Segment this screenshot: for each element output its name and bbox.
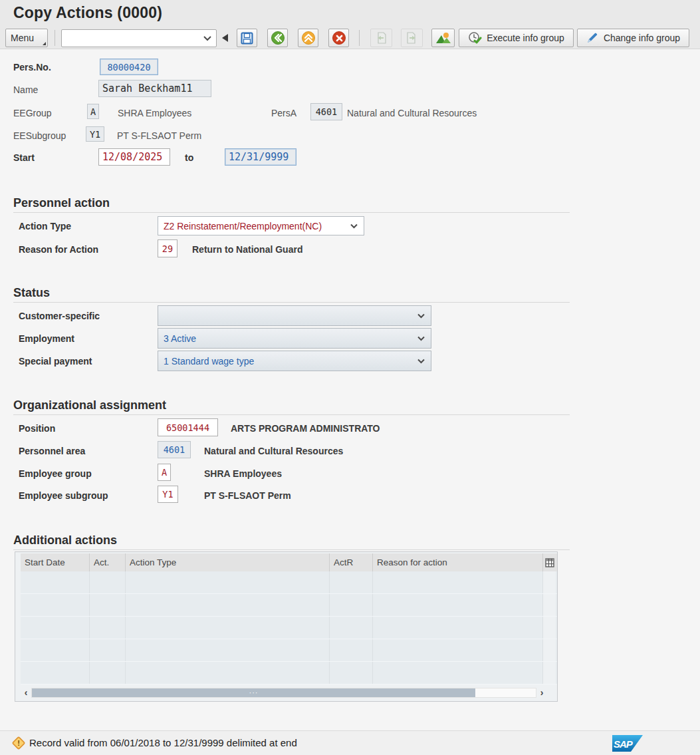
table-cell[interactable] (543, 617, 556, 639)
customer-specific-label: Customer-specific (19, 311, 100, 321)
table-cell[interactable] (21, 617, 90, 639)
table-cell[interactable] (373, 617, 543, 639)
table-row[interactable] (21, 639, 557, 662)
persno-field[interactable]: 80000420 (100, 59, 158, 75)
special-payment-label: Special payment (19, 356, 92, 367)
start-date-field[interactable]: 12/08/2025 (98, 148, 170, 166)
table-cell[interactable] (373, 594, 543, 616)
back-icon (271, 31, 285, 45)
exit-button[interactable] (298, 29, 318, 47)
back-button[interactable] (267, 29, 288, 47)
table-cell[interactable] (543, 571, 556, 593)
overview-button[interactable] (431, 29, 455, 47)
employee-group-desc: SHRA Employees (204, 468, 282, 479)
collapse-toolbar-icon[interactable] (222, 34, 228, 42)
command-combobox[interactable] (61, 29, 217, 47)
table-cell[interactable] (90, 639, 126, 661)
table-cell[interactable] (330, 617, 373, 639)
eegroup-desc: SHRA Employees (118, 108, 191, 118)
table-cell[interactable] (126, 571, 330, 593)
table-cell[interactable] (330, 571, 373, 593)
table-cell[interactable] (126, 662, 330, 684)
table-settings-cell[interactable] (543, 553, 556, 571)
eesubgroup-value: Y1 (90, 129, 100, 140)
copy-from-icon (376, 32, 387, 44)
svg-text:SAP: SAP (614, 738, 634, 750)
table-cell[interactable] (21, 594, 90, 616)
name-label: Name (13, 84, 38, 95)
table-row[interactable] (21, 594, 557, 617)
save-button[interactable] (237, 29, 257, 47)
table-cell[interactable] (90, 594, 126, 616)
menu-button[interactable]: Menu (5, 29, 48, 47)
table-cell[interactable] (373, 662, 543, 684)
to-label: to (185, 152, 193, 163)
table-cell[interactable] (126, 594, 330, 616)
employee-group-field[interactable]: A (158, 464, 171, 481)
table-cell[interactable] (90, 662, 126, 684)
cancel-icon (332, 31, 346, 45)
action-type-label: Action Type (19, 221, 71, 231)
table-cell[interactable] (21, 639, 90, 661)
special-payment-dropdown[interactable]: 1 Standard wage type (158, 351, 431, 371)
end-date-value: 12/31/9999 (229, 151, 289, 163)
scroll-right-icon[interactable]: › (536, 687, 547, 698)
position-field[interactable]: 65001444 (158, 418, 218, 436)
reason-for-action-field[interactable]: 29 (158, 239, 177, 257)
personnel-area-desc: Natural and Cultural Resources (204, 446, 343, 456)
column-header[interactable]: Reason for action (373, 553, 543, 571)
column-header[interactable]: Act. (90, 553, 126, 571)
table-cell[interactable] (21, 571, 90, 593)
table-cell[interactable] (330, 662, 373, 684)
section-rule (13, 212, 570, 213)
column-header[interactable]: ActR (330, 553, 373, 571)
table-cell[interactable] (543, 594, 556, 616)
special-payment-value: 1 Standard wage type (164, 356, 254, 367)
table-cell[interactable] (543, 639, 556, 661)
employee-group-value: A (162, 467, 167, 478)
scrollbar-track[interactable]: ··· (31, 688, 536, 698)
eesubgroup-label: EESubgroup (13, 130, 66, 141)
table-cell[interactable] (373, 571, 543, 593)
table-cell[interactable] (126, 617, 330, 639)
save-icon (241, 32, 253, 45)
end-date-field[interactable]: 12/31/9999 (225, 148, 296, 166)
persa-field[interactable]: 4601 (310, 103, 342, 120)
personnel-area-field[interactable]: 4601 (158, 441, 191, 458)
execute-info-group-button[interactable]: Execute info group (459, 29, 574, 47)
cancel-button[interactable] (328, 29, 349, 47)
scrollbar-thumb[interactable]: ··· (32, 688, 475, 697)
customer-specific-dropdown[interactable] (158, 305, 431, 326)
table-row[interactable] (21, 571, 557, 594)
chevron-down-icon (417, 359, 425, 364)
table-cell[interactable] (373, 639, 543, 661)
copy-to-button (401, 29, 423, 47)
table-cell[interactable] (90, 571, 126, 593)
eesubgroup-desc: PT S-FLSAOT Perm (117, 130, 201, 141)
eegroup-field[interactable]: A (87, 104, 99, 119)
table-row[interactable] (21, 662, 557, 684)
start-date-value: 12/08/2025 (102, 151, 162, 163)
scroll-left-icon[interactable]: ‹ (21, 687, 31, 698)
table-cell[interactable] (126, 639, 330, 661)
additional-actions-table: Start DateAct.Action TypeActRReason for … (15, 551, 558, 702)
eegroup-label: EEGroup (13, 108, 52, 118)
table-cell[interactable] (330, 594, 373, 616)
eesubgroup-field[interactable]: Y1 (86, 126, 104, 142)
employee-subgroup-field[interactable]: Y1 (158, 486, 178, 503)
table-row[interactable] (21, 617, 557, 639)
employment-dropdown[interactable]: 3 Active (158, 328, 431, 349)
action-type-dropdown[interactable]: Z2 Reinstatement/Reemployment(NC) (158, 216, 364, 235)
table-cell[interactable] (543, 662, 556, 684)
table-cell[interactable] (21, 662, 90, 684)
position-value: 65001444 (166, 422, 209, 433)
table-cell[interactable] (90, 617, 126, 639)
execute-clock-icon (468, 31, 482, 45)
chevron-down-icon (203, 35, 212, 41)
table-cell[interactable] (330, 639, 373, 661)
column-header[interactable]: Action Type (126, 553, 330, 571)
name-field[interactable]: Sarah Beckham11 (98, 80, 211, 97)
column-header[interactable]: Start Date (21, 553, 90, 571)
change-info-group-button[interactable]: Change info group (577, 29, 689, 47)
horizontal-scrollbar[interactable]: ‹ ··· › (21, 687, 547, 698)
